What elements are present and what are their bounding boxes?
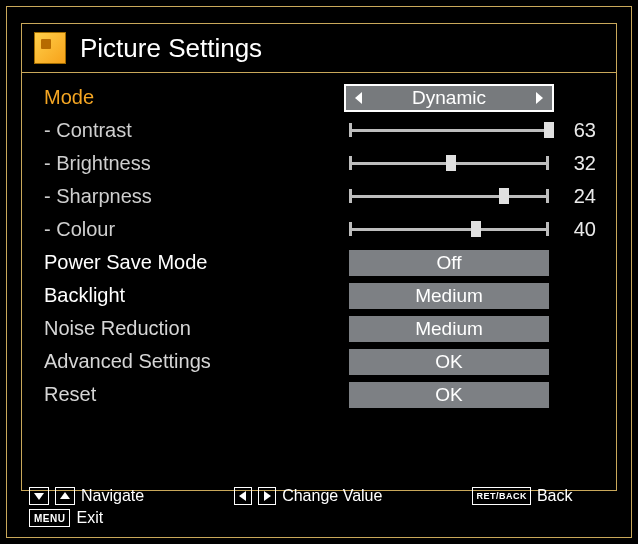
slider-contrast[interactable] (349, 128, 549, 134)
row-sharpness[interactable]: - Sharpness 24 (44, 180, 600, 213)
mode-next-icon[interactable] (526, 86, 552, 110)
label-brightness: - Brightness (44, 152, 344, 175)
key-menu: MENU (29, 509, 70, 527)
footer-hints: Navigate Change Value RET/BACK Back MENU… (29, 485, 609, 529)
label-colour: - Colour (44, 218, 344, 241)
svg-marker-3 (60, 492, 70, 499)
svg-marker-4 (239, 491, 246, 501)
label-backlight: Backlight (44, 284, 344, 307)
hint-back-label: Back (537, 487, 573, 505)
label-sharpness: - Sharpness (44, 185, 344, 208)
row-reset[interactable]: Reset OK (44, 378, 600, 411)
row-power-save[interactable]: Power Save Mode Off (44, 246, 600, 279)
key-up-icon (55, 487, 75, 505)
slider-sharpness[interactable] (349, 194, 549, 200)
mode-prev-icon[interactable] (346, 86, 372, 110)
key-left-icon (234, 487, 252, 505)
key-right-icon (258, 487, 276, 505)
row-brightness[interactable]: - Brightness 32 (44, 147, 600, 180)
value-noise-reduction[interactable]: Medium (349, 316, 549, 342)
settings-panel: Picture Settings Mode Dynamic (21, 23, 617, 491)
value-contrast: 63 (554, 119, 598, 142)
mode-selector[interactable]: Dynamic (344, 84, 554, 112)
hint-back: RET/BACK Back (472, 487, 572, 505)
hint-navigate: Navigate (29, 487, 144, 505)
row-noise-reduction[interactable]: Noise Reduction Medium (44, 312, 600, 345)
value-brightness: 32 (554, 152, 598, 175)
row-contrast[interactable]: - Contrast 63 (44, 114, 600, 147)
label-reset: Reset (44, 383, 344, 406)
value-backlight[interactable]: Medium (349, 283, 549, 309)
svg-marker-1 (536, 92, 543, 104)
label-mode: Mode (44, 86, 344, 109)
label-contrast: - Contrast (44, 119, 344, 142)
value-power-save[interactable]: Off (349, 250, 549, 276)
svg-marker-5 (264, 491, 271, 501)
svg-marker-0 (355, 92, 362, 104)
label-advanced-settings: Advanced Settings (44, 350, 344, 373)
row-backlight[interactable]: Backlight Medium (44, 279, 600, 312)
panel-header: Picture Settings (22, 24, 616, 73)
row-colour[interactable]: - Colour 40 (44, 213, 600, 246)
key-retback: RET/BACK (472, 487, 531, 505)
mode-value: Dynamic (372, 87, 526, 109)
slider-colour[interactable] (349, 227, 549, 233)
value-colour: 40 (554, 218, 598, 241)
value-reset[interactable]: OK (349, 382, 549, 408)
hint-navigate-label: Navigate (81, 487, 144, 505)
row-advanced-settings[interactable]: Advanced Settings OK (44, 345, 600, 378)
label-noise-reduction: Noise Reduction (44, 317, 344, 340)
hint-exit-label: Exit (76, 509, 103, 527)
key-down-icon (29, 487, 49, 505)
value-sharpness: 24 (554, 185, 598, 208)
row-mode[interactable]: Mode Dynamic (44, 81, 600, 114)
window-frame: Picture Settings Mode Dynamic (6, 6, 632, 538)
picture-settings-icon (34, 32, 66, 64)
slider-brightness[interactable] (349, 161, 549, 167)
hint-change-value: Change Value (234, 487, 382, 505)
value-advanced-settings[interactable]: OK (349, 349, 549, 375)
label-power-save: Power Save Mode (44, 251, 344, 274)
hint-change-label: Change Value (282, 487, 382, 505)
hint-exit: MENU Exit (29, 509, 103, 527)
settings-list: Mode Dynamic - Contrast (22, 73, 616, 411)
svg-marker-2 (34, 493, 44, 500)
panel-title: Picture Settings (80, 33, 262, 64)
